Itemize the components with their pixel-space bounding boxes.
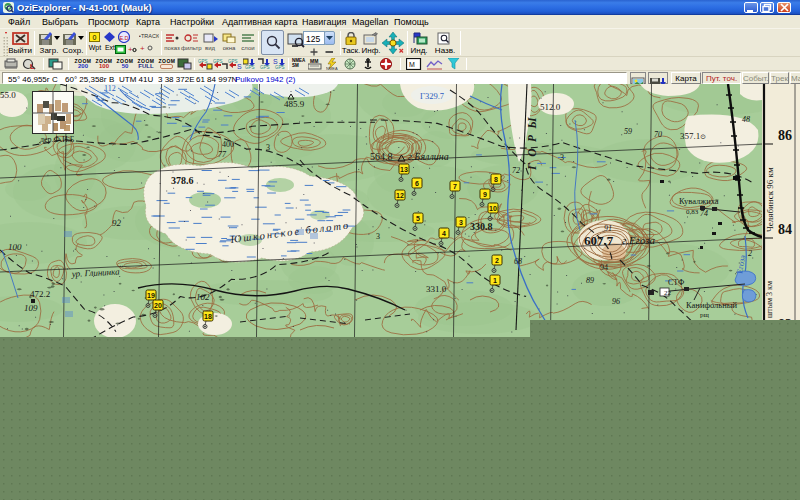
svg-text:дер.Ф.И.Б: дер.Ф.И.Б (40, 135, 75, 144)
svg-text:13: 13 (400, 166, 408, 173)
svg-text:68: 68 (514, 257, 522, 266)
svg-text:3: 3 (376, 232, 380, 241)
svg-text:Г329.7: Г329.7 (420, 91, 444, 101)
svg-text:S: S (273, 58, 278, 65)
svg-text:607.7: 607.7 (584, 233, 614, 248)
svg-text:96: 96 (612, 297, 620, 306)
svg-text:9: 9 (483, 191, 487, 198)
svg-text:E.D: E.D (119, 35, 128, 41)
svg-text:3: 3 (266, 143, 270, 152)
svg-text:59: 59 (624, 127, 632, 136)
svg-text:6: 6 (415, 180, 419, 187)
svg-text:70: 70 (654, 130, 662, 139)
svg-text:0: 0 (93, 34, 97, 41)
svg-text:92: 92 (112, 218, 122, 228)
svg-text:рщ: рщ (700, 311, 710, 319)
svg-text:▪TRACK: ▪TRACK (139, 33, 159, 39)
svg-text:72: 72 (512, 166, 520, 175)
svg-text:89: 89 (586, 276, 594, 285)
svg-text:512.0: 512.0 (540, 102, 561, 112)
svg-text:18: 18 (204, 313, 212, 320)
svg-text:ГОРЫ: ГОРЫ (526, 111, 538, 171)
svg-text:109: 109 (24, 303, 38, 313)
svg-text:+: + (128, 45, 133, 54)
svg-text:СТФ: СТФ (668, 278, 684, 287)
svg-text:12: 12 (396, 192, 404, 199)
svg-text:M: M (409, 61, 415, 68)
svg-text:331.0: 331.0 (426, 284, 447, 294)
svg-text:8: 8 (494, 176, 498, 183)
svg-text:48: 48 (742, 115, 750, 124)
svg-text:Челябинск 96 км: Челябинск 96 км (765, 167, 775, 232)
svg-text:г.Егоза: г.Егоза (622, 234, 656, 246)
svg-text:7: 7 (453, 183, 457, 190)
svg-text:564.8: 564.8 (370, 151, 393, 162)
svg-text:5: 5 (416, 215, 420, 222)
svg-text:112: 112 (104, 84, 116, 93)
svg-text:10: 10 (489, 205, 497, 212)
svg-text:19: 19 (147, 292, 155, 299)
svg-text:20: 20 (154, 302, 162, 309)
svg-text:91: 91 (604, 224, 612, 233)
svg-text:100: 100 (8, 242, 22, 252)
svg-text:4: 4 (442, 230, 446, 237)
svg-text:22: 22 (664, 289, 672, 297)
svg-text:74: 74 (700, 209, 708, 218)
svg-text:55.0: 55.0 (0, 90, 16, 100)
svg-text:Кувалжиха: Кувалжиха (679, 196, 719, 206)
svg-text:+: + (140, 44, 145, 53)
svg-text:2: 2 (748, 249, 752, 258)
svg-text:400: 400 (222, 140, 234, 149)
svg-text:1: 1 (493, 277, 497, 284)
svg-text:77: 77 (218, 150, 227, 159)
svg-text:S: S (237, 63, 242, 70)
svg-text:84: 84 (778, 222, 792, 237)
svg-text:357.1⊙: 357.1⊙ (680, 131, 706, 141)
svg-text:L: L (30, 63, 35, 70)
svg-text:86: 86 (778, 128, 792, 143)
svg-text:2: 2 (495, 257, 499, 264)
svg-text:330.8: 330.8 (470, 221, 493, 232)
svg-text:0,83: 0,83 (686, 208, 699, 216)
svg-text:472.2: 472.2 (30, 289, 50, 299)
svg-text:94: 94 (600, 263, 608, 272)
svg-text:102: 102 (196, 292, 210, 302)
svg-text:штым 3 км: штым 3 км (765, 281, 774, 318)
svg-text:г.Бяллина: г.Бяллина (408, 151, 449, 162)
svg-text:3: 3 (459, 219, 463, 226)
svg-text:485.9: 485.9 (284, 99, 305, 109)
svg-text:3: 3 (560, 153, 564, 162)
svg-text:378.6: 378.6 (171, 175, 194, 186)
svg-text:Канифольный: Канифольный (686, 300, 737, 310)
